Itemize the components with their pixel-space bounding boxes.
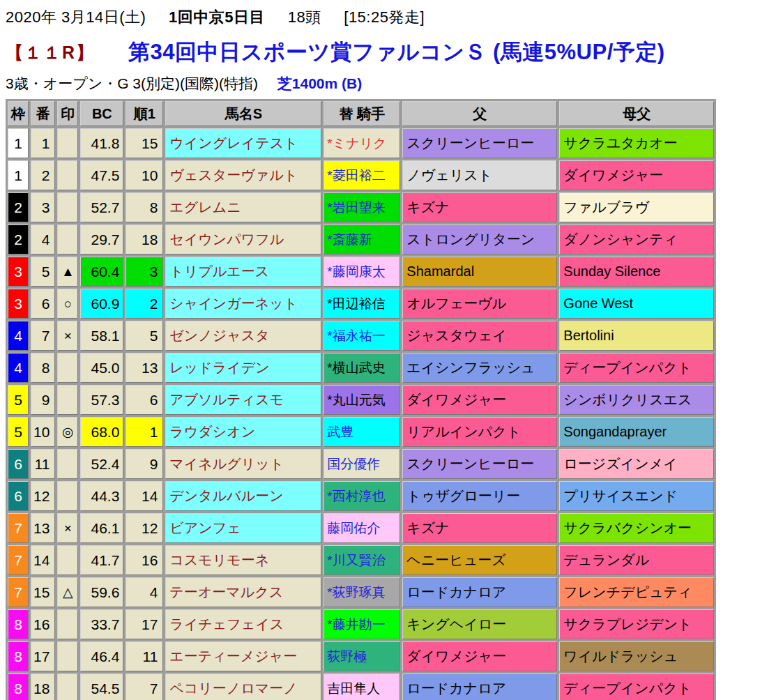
bc-cell: 58.1 xyxy=(80,321,123,351)
waku-cell: 6 xyxy=(8,449,29,479)
waku-cell: 5 xyxy=(8,385,29,415)
table-header-row: 枠番印BC順1馬名S替 騎手父母父 xyxy=(8,101,714,126)
jockey-cell: *西村淳也 xyxy=(324,481,400,511)
jockey-cell: *横山武史 xyxy=(324,353,400,383)
horse-number-cell: 5 xyxy=(31,257,55,287)
dam-sire-cell: ロージズインメイ xyxy=(559,449,714,479)
jockey-cell: *ミナリク xyxy=(324,128,400,158)
mark-cell xyxy=(57,128,78,158)
race-conditions: 3歳・オープン・G 3(別定)(国際)(特指) xyxy=(6,75,258,91)
sire-cell: キズナ xyxy=(402,192,557,222)
bc-cell: 47.5 xyxy=(80,160,123,190)
sire-cell: リアルインパクト xyxy=(402,417,557,447)
horse-number-cell: 12 xyxy=(31,481,55,511)
waku-cell: 3 xyxy=(8,289,29,319)
dam-sire-cell: サクラユタカオー xyxy=(559,128,714,158)
sire-cell: ノヴェリスト xyxy=(402,160,557,190)
jockey-cell: 荻野極 xyxy=(324,641,400,671)
table-row: 35▲60.43トリプルエース*藤岡康太ShamardalSunday Sile… xyxy=(8,257,714,287)
horse-name-cell: レッドライデン xyxy=(165,353,321,383)
rank-cell: 13 xyxy=(125,353,163,383)
mark-cell xyxy=(57,192,78,222)
dam-sire-cell: シンボリクリスエス xyxy=(559,385,714,415)
bc-cell: 41.8 xyxy=(80,128,123,158)
dam-sire-cell: ダノンシャンティ xyxy=(559,225,714,254)
horse-name-cell: トリプルエース xyxy=(165,257,321,287)
jockey-cell: *斎藤新 xyxy=(324,225,400,254)
table-row: 2429.718セイウンパワフル*斎藤新ストロングリターンダノンシャンティ xyxy=(8,225,714,254)
race-title: 第34回中日スポーツ賞ファルコンＳ (馬連5%UP/予定) xyxy=(128,38,665,67)
sire-cell: ダイワメジャー xyxy=(402,385,557,415)
head-count: 18頭 xyxy=(288,8,321,26)
rank-cell: 14 xyxy=(125,481,163,511)
horse-name-cell: ラウダシオン xyxy=(165,417,321,447)
sire-cell: オルフェーヴル xyxy=(402,289,557,319)
col-header-jockey: 替 騎手 xyxy=(324,101,400,126)
rank-cell: 8 xyxy=(125,192,163,222)
waku-cell: 8 xyxy=(8,674,29,700)
mark-cell xyxy=(57,385,78,415)
mark-cell xyxy=(57,545,78,575)
rank-cell: 7 xyxy=(125,674,163,700)
table-row: 81633.717ライチェフェイス*藤井勘一キングヘイローサクラプレジデント xyxy=(8,609,714,639)
horse-number-cell: 17 xyxy=(31,641,55,671)
sire-cell: ヘニーヒューズ xyxy=(402,545,557,575)
horse-name-cell: ゼンノジャスタ xyxy=(165,321,321,351)
dam-sire-cell: Bertolini xyxy=(559,321,714,351)
horse-number-cell: 4 xyxy=(31,225,55,254)
mark-cell: ○ xyxy=(57,289,78,319)
rank-cell: 5 xyxy=(125,321,163,351)
horse-name-cell: エグレムニ xyxy=(165,192,321,222)
col-header-waku: 枠 xyxy=(8,101,29,126)
table-row: 2352.78エグレムニ*岩田望来キズナファルブラヴ xyxy=(8,192,714,222)
bc-cell: 68.0 xyxy=(80,417,123,447)
waku-cell: 4 xyxy=(8,321,29,351)
horse-name-cell: エーティーメジャー xyxy=(165,641,321,671)
horse-number-cell: 15 xyxy=(31,577,55,607)
dam-sire-cell: Songandaprayer xyxy=(559,417,714,447)
horse-number-cell: 14 xyxy=(31,545,55,575)
meeting-info: 1回中京5日目 xyxy=(169,8,265,26)
dam-sire-cell: サクラバクシンオー xyxy=(559,513,714,543)
bc-cell: 59.6 xyxy=(80,577,123,607)
race-date: 2020年 3月14日(土) xyxy=(6,8,146,26)
horse-name-cell: ウイングレイテスト xyxy=(165,128,321,158)
bc-cell: 52.7 xyxy=(80,192,123,222)
horse-number-cell: 1 xyxy=(31,128,55,158)
rank-cell: 11 xyxy=(125,641,163,671)
dam-sire-cell: フレンチデピュティ xyxy=(559,577,714,607)
waku-cell: 2 xyxy=(8,192,29,222)
table-row: 713×46.112ビアンフェ藤岡佑介キズナサクラバクシンオー xyxy=(8,513,714,543)
mark-cell: × xyxy=(57,513,78,543)
dam-sire-cell: サクラプレジデント xyxy=(559,609,714,639)
bc-cell: 33.7 xyxy=(80,609,123,639)
mark-cell xyxy=(57,641,78,671)
jockey-cell: 藤岡佑介 xyxy=(324,513,400,543)
rank-cell: 10 xyxy=(125,160,163,190)
dam-sire-cell: ダイワメジャー xyxy=(559,160,714,190)
rank-cell: 16 xyxy=(125,545,163,575)
jockey-cell: *藤岡康太 xyxy=(324,257,400,287)
horse-name-cell: デンタルバルーン xyxy=(165,481,321,511)
horse-number-cell: 6 xyxy=(31,289,55,319)
waku-cell: 2 xyxy=(8,225,29,254)
dam-sire-cell: Gone West xyxy=(559,289,714,319)
jockey-cell: *菱田裕二 xyxy=(324,160,400,190)
sire-cell: ロードカナロア xyxy=(402,577,557,607)
horse-name-cell: ペコリーノロマーノ xyxy=(165,674,321,700)
race-title-line: 【１１R】 第34回中日スポーツ賞ファルコンＳ (馬連5%UP/予定) xyxy=(6,38,776,67)
dam-sire-cell: デュランダル xyxy=(559,545,714,575)
waku-cell: 6 xyxy=(8,481,29,511)
rank-cell: 1 xyxy=(125,417,163,447)
table-row: 81854.57ペコリーノロマーノ吉田隼人ロードカナロアディープインパクト xyxy=(8,674,714,700)
table-row: 61152.49マイネルグリット国分優作スクリーンヒーローロージズインメイ xyxy=(8,449,714,479)
mark-cell: ◎ xyxy=(57,417,78,447)
sire-cell: スクリーンヒーロー xyxy=(402,128,557,158)
sire-cell: ジャスタウェイ xyxy=(402,321,557,351)
horse-name-cell: セイウンパワフル xyxy=(165,225,321,254)
waku-cell: 5 xyxy=(8,417,29,447)
rank-cell: 17 xyxy=(125,609,163,639)
rank-cell: 6 xyxy=(125,385,163,415)
dam-sire-cell: Sunday Silence xyxy=(559,257,714,287)
waku-cell: 1 xyxy=(8,160,29,190)
